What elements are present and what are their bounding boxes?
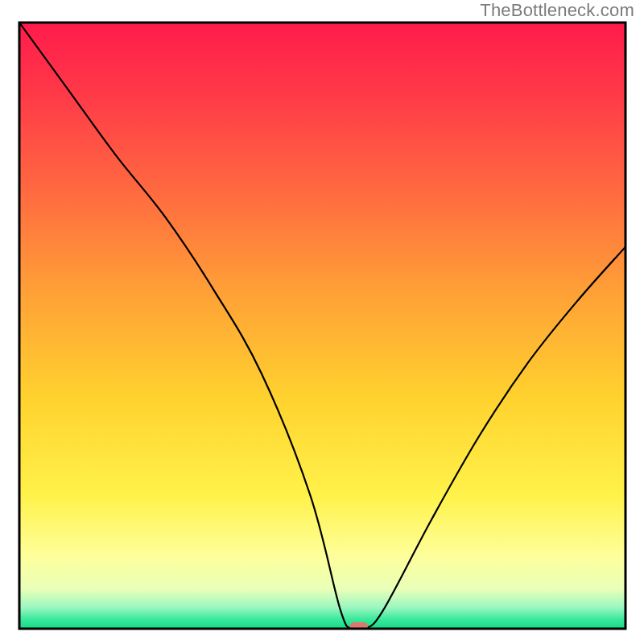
watermark-text: TheBottleneck.com — [480, 0, 634, 21]
bottleneck-chart — [0, 0, 644, 644]
optimal-marker — [350, 622, 368, 632]
chart-container: TheBottleneck.com — [0, 0, 644, 644]
